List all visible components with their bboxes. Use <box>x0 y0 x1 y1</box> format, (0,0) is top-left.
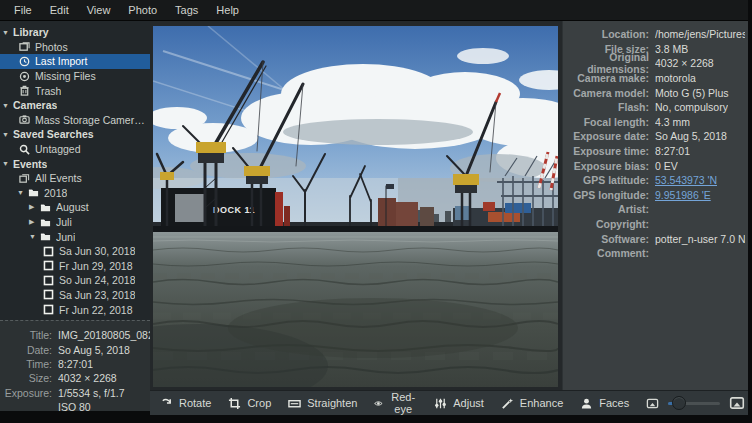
chevron-down-icon[interactable] <box>2 160 13 167</box>
crop-icon <box>228 397 241 410</box>
info-label: Time: <box>0 358 52 370</box>
sidebar-item-trash[interactable]: Trash <box>0 83 150 98</box>
detail-exposure-time-value: 8:27:01 <box>655 145 690 157</box>
sidebar-item-photos[interactable]: Photos <box>0 40 150 55</box>
detail-flash-value: No, compulsory <box>655 101 728 113</box>
sidebar-item-all-events[interactable]: All Events <box>0 171 150 186</box>
folder-icon <box>28 187 39 198</box>
info-time-value: 8:27:01 <box>58 358 93 370</box>
chevron-down-icon[interactable] <box>29 233 40 240</box>
dock-sign-text: DOCK 11 <box>213 205 255 215</box>
sidebar-section-library[interactable]: Library <box>0 25 150 40</box>
zoom-slider[interactable] <box>668 396 720 410</box>
last-import-icon <box>19 56 30 67</box>
zoom-in-photo-icon[interactable] <box>729 395 745 411</box>
sidebar-item-event-jun-23[interactable]: Sa Jun 23, 2018 <box>0 288 150 303</box>
chevron-right-icon[interactable] <box>29 218 40 226</box>
sidebar-item-event-jun-24[interactable]: So Jun 24, 2018 <box>0 273 150 288</box>
detail-label: Focal length: <box>563 116 649 128</box>
straighten-button[interactable]: Straighten <box>288 397 357 410</box>
folder-icon <box>40 217 51 228</box>
sidebar-section-saved-searches[interactable]: Saved Searches <box>0 127 150 142</box>
faces-button[interactable]: Faces <box>580 397 629 410</box>
detail-label: Exposure bias: <box>563 160 649 172</box>
event-icon <box>43 260 54 271</box>
sidebar-section-events[interactable]: Events <box>0 156 150 171</box>
zoom-slider-handle[interactable] <box>672 396 686 410</box>
sidebar-item-missing-files[interactable]: Missing Files <box>0 69 150 84</box>
detail-location-value: /home/jens/Pictures/2018... <box>655 28 745 40</box>
enhance-icon <box>501 397 514 410</box>
menu-edit[interactable]: Edit <box>42 2 77 18</box>
detail-label: Exposure date: <box>563 130 649 142</box>
shotwell-window: File Edit View Photo Tags Help Library P… <box>0 0 752 423</box>
zoom-out-photo-icon[interactable] <box>646 397 659 410</box>
red-eye-button[interactable]: Red-eye <box>374 391 417 415</box>
faces-icon <box>580 397 593 410</box>
chevron-down-icon[interactable] <box>17 189 28 196</box>
sidebar-item-august[interactable]: August <box>0 200 150 215</box>
sidebar-item-juli[interactable]: Juli <box>0 215 150 230</box>
crop-button[interactable]: Crop <box>228 397 271 410</box>
chevron-right-icon[interactable] <box>29 203 40 211</box>
sidebar-item-untagged[interactable]: Untagged <box>0 142 150 157</box>
adjust-button[interactable]: Adjust <box>434 397 484 410</box>
menu-view[interactable]: View <box>79 2 119 18</box>
detail-label: Location: <box>563 28 649 40</box>
photo-viewer-area: DOCK 11 <box>150 21 562 390</box>
detail-label: Camera make: <box>563 72 649 84</box>
gps-latitude-link[interactable]: 53.543973 'N <box>655 174 717 186</box>
basic-info-panel: Title:IMG_20180805_0827009... Date:So Au… <box>0 320 150 411</box>
detail-camera-model-value: Moto G (5) Plus <box>655 87 729 99</box>
menu-file[interactable]: File <box>6 2 40 18</box>
red-eye-icon <box>374 397 383 410</box>
sidebar-item-event-jun-29[interactable]: Fr Jun 29, 2018 <box>0 259 150 274</box>
event-icon <box>43 275 54 286</box>
photos-icon <box>19 41 30 52</box>
menu-help[interactable]: Help <box>208 2 247 18</box>
detail-label: GPS latitude: <box>563 174 649 186</box>
camera-icon <box>19 114 30 125</box>
trash-icon <box>19 85 30 96</box>
info-exposure-value: 1/5534 s, f/1.7 <box>58 387 125 399</box>
sidebar-item-juni[interactable]: Juni <box>0 229 150 244</box>
event-icon <box>43 246 54 257</box>
sidebar-item-last-import[interactable]: Last Import <box>0 54 150 69</box>
detail-label: Camera model: <box>563 87 649 99</box>
detail-focal-length-value: 4.3 mm <box>655 116 690 128</box>
detail-label: GPS longitude: <box>563 189 649 201</box>
sidebar-item-event-jun-30[interactable]: Sa Jun 30, 2018 <box>0 244 150 259</box>
sidebar-item-2018[interactable]: 2018 <box>0 186 150 201</box>
detail-label: Exposure time: <box>563 145 649 157</box>
detail-label: Flash: <box>563 101 649 113</box>
sidebar: Library Photos Last Import Missing Files… <box>0 21 150 411</box>
menu-photo[interactable]: Photo <box>120 2 165 18</box>
rotate-button[interactable]: Rotate <box>160 397 211 410</box>
detail-label: Software: <box>563 233 649 245</box>
chevron-down-icon[interactable] <box>2 102 13 109</box>
menu-tags[interactable]: Tags <box>167 2 206 18</box>
detail-camera-make-value: motorola <box>655 72 696 84</box>
detail-software-value: potter_n-user 7.0 NPNS2... <box>655 233 745 245</box>
sidebar-section-cameras[interactable]: Cameras <box>0 98 150 113</box>
info-title-value: IMG_20180805_0827009... <box>58 329 150 341</box>
info-label: Exposure: <box>0 387 52 399</box>
event-icon <box>43 289 54 300</box>
gps-longitude-link[interactable]: 9.951986 'E <box>655 189 711 201</box>
info-label: Size: <box>0 372 52 384</box>
detail-label: Comment: <box>563 247 649 259</box>
event-icon <box>43 304 54 315</box>
zoom-controls <box>646 395 752 411</box>
enhance-button[interactable]: Enhance <box>501 397 563 410</box>
sidebar-item-event-jun-22[interactable]: Fr Jun 22, 2018 <box>0 302 150 317</box>
detail-exposure-bias-value: 0 EV <box>655 160 678 172</box>
info-iso-value: ISO 80 <box>58 401 91 411</box>
chevron-down-icon[interactable] <box>2 29 13 36</box>
sidebar-tree: Library Photos Last Import Missing Files… <box>0 21 150 318</box>
sidebar-item-mass-storage-camera[interactable]: Mass Storage Camera (510 M... <box>0 113 150 128</box>
straighten-icon <box>288 397 301 410</box>
missing-files-icon <box>19 71 30 82</box>
info-size-value: 4032 × 2268 <box>58 372 117 384</box>
detail-dimensions-value: 4032 × 2268 <box>655 57 714 69</box>
chevron-down-icon[interactable] <box>2 131 13 138</box>
